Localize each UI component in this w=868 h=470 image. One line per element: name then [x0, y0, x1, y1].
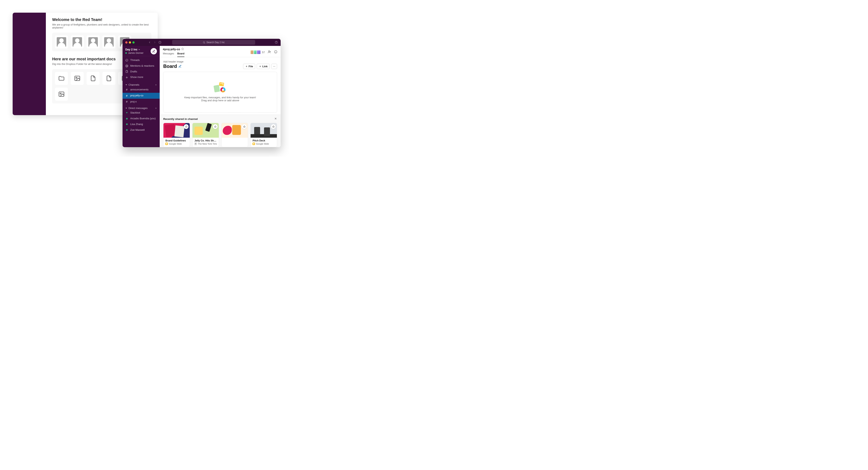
pin-button[interactable]	[242, 124, 247, 129]
sidebar-item-drafts[interactable]: Drafts	[123, 69, 160, 75]
recent-card[interactable]: Brand Guidelines Google Slide	[163, 123, 190, 147]
presence-indicator-icon	[126, 123, 128, 125]
sidebar-section-channels[interactable]: Channels	[123, 81, 160, 87]
recent-card[interactable]: Jelly Co. Hits Shelve… TThe New York Tim…	[192, 123, 219, 147]
svg-point-10	[126, 65, 127, 66]
tab-messages[interactable]: Messages	[163, 52, 174, 57]
nav-back-button[interactable]	[148, 41, 151, 44]
dismiss-recently-shared-button[interactable]	[274, 117, 277, 121]
more-actions-button[interactable]	[271, 64, 277, 69]
presence-indicator-icon	[126, 129, 128, 131]
section-label: Channels	[128, 83, 139, 86]
avatar	[256, 50, 261, 54]
more-icon	[273, 65, 276, 68]
slack-window: Search Day 2 Inc Day 2 Inc James Donner	[123, 39, 281, 147]
person-tile[interactable]	[102, 35, 116, 49]
channel-details-button[interactable]	[274, 50, 277, 54]
add-header-image-button[interactable]: Add header image	[163, 60, 277, 63]
pin-button[interactable]	[271, 124, 276, 129]
dm-item[interactable]: Arcadio Buendia (you)	[123, 116, 160, 121]
image-icon	[74, 75, 81, 82]
dm-item[interactable]: ♥Slackbot	[123, 110, 160, 116]
person-tile[interactable]	[55, 35, 68, 49]
doc-tile[interactable]	[71, 72, 84, 85]
section-label: Direct messages	[128, 107, 148, 110]
card-source: Google Slide	[256, 143, 269, 145]
member-count[interactable]: 57	[262, 51, 265, 54]
channel-item[interactable]: #proj-jelly-co	[123, 93, 160, 99]
channel-title[interactable]: #proj-jelly-co	[163, 48, 180, 51]
workspace-name: Day 2 Inc	[125, 48, 144, 51]
sidebar-section-dms[interactable]: Direct messages	[123, 105, 160, 110]
doc-tile[interactable]	[102, 72, 116, 85]
channel-tabs: Messages Board	[163, 52, 184, 57]
person-tile[interactable]	[87, 35, 100, 49]
nav-forward-button[interactable]	[153, 41, 156, 44]
card-title: Brand Guidelines	[165, 139, 188, 142]
dropzone-illustration-icon	[213, 83, 227, 93]
dm-name: Slackbot	[130, 111, 140, 115]
star-button[interactable]	[181, 48, 184, 51]
board-title[interactable]: Board	[163, 63, 182, 69]
dm-item[interactable]: Zoe Maxwell	[123, 127, 160, 133]
svg-point-14	[274, 66, 275, 66]
at-icon	[125, 64, 128, 67]
caret-down-icon	[125, 107, 127, 109]
plus-icon	[259, 65, 261, 68]
pin-icon	[243, 125, 246, 128]
arrow-down-icon	[125, 76, 128, 79]
pin-icon	[214, 125, 217, 128]
dm-name: Arcadio Buendia (you)	[130, 117, 156, 121]
tab-board[interactable]: Board	[177, 52, 184, 57]
maximize-window-button[interactable]	[132, 41, 134, 43]
recent-card[interactable]: Pitch Deck Google Slide	[250, 123, 277, 147]
avatar-placeholder-icon	[104, 37, 114, 47]
add-dm-button[interactable]	[155, 107, 157, 109]
doc-tile[interactable]	[55, 72, 68, 85]
pin-button[interactable]	[184, 124, 189, 129]
svg-point-11	[269, 51, 270, 52]
add-channel-button[interactable]	[155, 84, 157, 86]
window-controls	[125, 41, 134, 43]
recent-cards-row: Brand Guidelines Google Slide Jelly Co. …	[163, 123, 277, 147]
svg-point-7	[203, 41, 205, 43]
channel-name: announcements	[130, 88, 149, 92]
sidebar-item-mentions[interactable]: Mentions & reactions	[123, 63, 160, 69]
search-input[interactable]: Search Day 2 Inc	[172, 40, 255, 45]
member-avatars[interactable]	[251, 50, 261, 54]
doc-tile[interactable]	[55, 88, 68, 101]
history-button[interactable]	[158, 41, 161, 44]
svg-point-15	[275, 66, 275, 66]
sidebar-item-show-more[interactable]: Show more	[123, 75, 160, 80]
canvas-welcome-sub: We are a group of firefighters, plumbers…	[52, 23, 151, 29]
card-title: Pitch Deck	[253, 139, 275, 142]
channel-item[interactable]: #announcements	[123, 87, 160, 93]
channel-name: proj-jelly-co	[130, 94, 143, 98]
svg-point-13	[273, 66, 274, 66]
pin-button[interactable]	[213, 124, 218, 129]
add-link-button[interactable]: Link	[257, 64, 270, 69]
channel-header: #proj-jelly-co Messages Board	[160, 46, 281, 57]
avatar-placeholder-icon	[72, 37, 82, 47]
recent-card[interactable]	[221, 123, 248, 147]
help-button[interactable]	[275, 41, 278, 44]
minimize-window-button[interactable]	[129, 41, 131, 43]
sidebar-item-threads[interactable]: Threads	[123, 57, 160, 63]
compose-button[interactable]	[151, 48, 157, 54]
channel-item[interactable]: #proj-x	[123, 99, 160, 105]
dm-name: Lisa Zhang	[130, 122, 143, 126]
add-people-button[interactable]	[268, 50, 271, 54]
dm-item[interactable]: Lisa Zhang	[123, 121, 160, 127]
close-window-button[interactable]	[125, 41, 127, 43]
hash-icon: #	[125, 94, 128, 98]
dropzone-text-1: Keep important files, messages, and link…	[184, 96, 256, 99]
channel-name: proj-x	[130, 100, 137, 104]
doc-tile[interactable]	[87, 72, 100, 85]
board-dropzone[interactable]: Keep important files, messages, and link…	[163, 72, 277, 113]
person-tile[interactable]	[71, 35, 84, 49]
canvas-sidebar-stripe	[13, 13, 46, 115]
card-title: Jelly Co. Hits Shelve…	[194, 139, 217, 142]
add-file-button[interactable]: File	[243, 64, 255, 69]
workspace-header[interactable]: Day 2 Inc James Donner	[123, 46, 160, 56]
chevron-down-icon	[138, 49, 140, 51]
